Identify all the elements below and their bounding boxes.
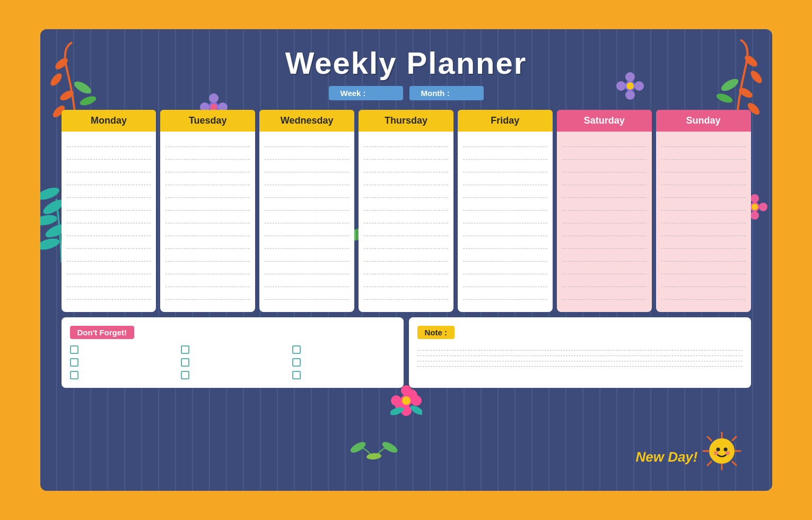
svg-point-51: [759, 203, 767, 211]
checkbox-item[interactable]: [70, 358, 173, 367]
line: [661, 157, 746, 160]
svg-point-45: [408, 404, 422, 417]
line: [562, 195, 647, 198]
line: [562, 258, 647, 262]
line: [562, 246, 647, 249]
svg-point-48: [750, 194, 759, 203]
line: [364, 258, 448, 262]
monday-body[interactable]: [62, 132, 156, 312]
line: [661, 169, 746, 172]
svg-point-43: [393, 400, 406, 413]
note-label: Note :: [417, 326, 455, 339]
line: [364, 246, 448, 249]
line: [661, 207, 746, 211]
line: [364, 195, 448, 198]
thursday-column: Thursday: [359, 110, 453, 312]
svg-point-47: [750, 202, 759, 212]
line: [463, 233, 547, 236]
svg-point-41: [411, 395, 422, 406]
line: [67, 144, 151, 147]
svg-point-46: [390, 406, 405, 417]
line: [67, 271, 151, 274]
line: [265, 220, 349, 223]
svg-point-44: [402, 396, 411, 405]
line: [417, 350, 743, 351]
sunday-header: Sunday: [656, 110, 751, 132]
week-field[interactable]: Week :: [329, 86, 403, 100]
checkbox[interactable]: [181, 358, 189, 367]
checkbox-item[interactable]: [292, 371, 395, 379]
thursday-body[interactable]: [359, 132, 453, 312]
svg-point-68: [714, 451, 718, 455]
friday-body[interactable]: [458, 132, 553, 312]
checkbox[interactable]: [181, 345, 189, 354]
checkbox[interactable]: [292, 371, 301, 379]
flower-hotpink-bc: [390, 385, 422, 417]
note-lines[interactable]: [417, 345, 743, 379]
line: [67, 220, 151, 223]
monday-column: Monday: [62, 110, 156, 312]
checkbox[interactable]: [292, 358, 301, 367]
line: [661, 233, 746, 236]
checkbox[interactable]: [292, 345, 301, 354]
line: [661, 144, 746, 147]
checkbox[interactable]: [70, 358, 78, 367]
sunday-column: Sunday: [656, 110, 751, 312]
line: [265, 258, 349, 262]
svg-point-55: [366, 453, 382, 460]
line: [265, 157, 349, 160]
line: [463, 144, 547, 147]
checkbox[interactable]: [70, 371, 78, 379]
line: [661, 271, 746, 274]
line: [661, 182, 746, 185]
checkbox[interactable]: [70, 345, 78, 354]
line: [364, 207, 448, 211]
line: [661, 284, 746, 287]
wednesday-column: Wednesday: [259, 110, 354, 312]
line: [463, 169, 547, 172]
saturday-column: Saturday: [557, 110, 652, 312]
saturday-body[interactable]: [557, 132, 652, 312]
line: [165, 271, 250, 274]
svg-point-16: [40, 213, 58, 227]
checkbox-item[interactable]: [70, 345, 173, 354]
line: [165, 233, 250, 236]
wednesday-header: Wednesday: [259, 110, 354, 132]
tuesday-body[interactable]: [160, 132, 255, 312]
line: [463, 182, 547, 185]
line: [265, 182, 349, 185]
friday-column: Friday: [458, 110, 553, 312]
line: [165, 144, 250, 147]
line: [463, 246, 547, 249]
line: [463, 258, 547, 262]
svg-point-54: [381, 440, 399, 455]
line: [265, 246, 349, 249]
svg-point-42: [406, 387, 419, 401]
wednesday-body[interactable]: [259, 132, 354, 312]
svg-line-64: [732, 437, 736, 440]
month-field[interactable]: Month :: [409, 86, 484, 100]
line: [562, 297, 647, 300]
checkbox-item[interactable]: [292, 345, 395, 354]
days-grid: Monday Tu: [62, 110, 751, 312]
checkbox-item[interactable]: [70, 371, 173, 379]
checkbox-item[interactable]: [181, 345, 284, 354]
line: [463, 271, 547, 274]
sunday-body[interactable]: [656, 132, 751, 312]
svg-point-49: [750, 211, 759, 220]
checkbox-item[interactable]: [181, 371, 284, 379]
line: [661, 297, 746, 300]
sun-decoration: [701, 430, 743, 472]
line: [562, 182, 647, 185]
line: [67, 207, 151, 211]
checkbox[interactable]: [181, 371, 189, 379]
svg-point-18: [40, 237, 61, 252]
checkbox-item[interactable]: [181, 358, 284, 367]
line: [661, 220, 746, 223]
line: [463, 284, 547, 287]
line: [562, 271, 647, 274]
checkbox-item[interactable]: [292, 358, 395, 367]
leaves-bottom: [347, 438, 400, 464]
svg-line-62: [708, 437, 711, 440]
svg-point-69: [726, 451, 730, 455]
